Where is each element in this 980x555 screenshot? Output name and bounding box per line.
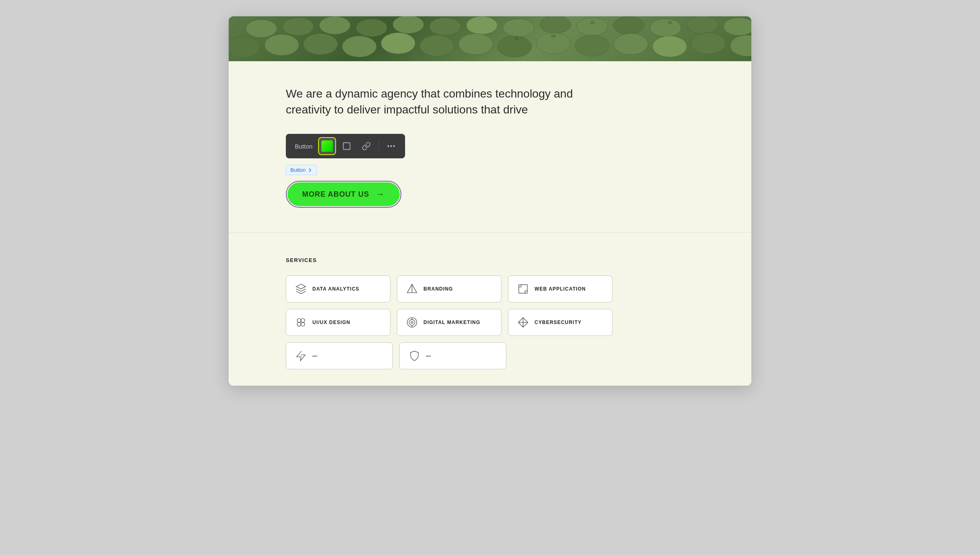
svg-point-40 <box>297 319 301 322</box>
svg-point-46 <box>411 322 413 324</box>
svg-point-23 <box>575 35 609 56</box>
svg-point-2 <box>319 16 350 34</box>
services-heading: SERVICES <box>286 257 694 263</box>
layers-icon <box>294 282 307 295</box>
svg-point-4 <box>393 16 424 33</box>
more-options-button[interactable] <box>382 137 400 155</box>
cta-button-wrapper: MORE ABOUT US → <box>286 181 401 208</box>
color-picker-button[interactable] <box>318 137 336 155</box>
svg-point-8 <box>540 16 571 33</box>
hero-seats: 16 14 15 13 <box>229 16 751 61</box>
svg-point-18 <box>381 33 415 54</box>
service-card-web-application[interactable]: WEB APPLICATION <box>508 275 612 302</box>
service-card-digital-marketing[interactable]: DIGITAL MARKETING <box>397 309 501 336</box>
svg-rect-32 <box>343 143 350 150</box>
cta-label: MORE ABOUT US <box>302 190 369 199</box>
svg-point-7 <box>503 19 534 37</box>
service-card-data-analytics[interactable]: DATA ANALYTICS <box>286 275 390 302</box>
svg-point-6 <box>466 16 497 34</box>
service-card-cybersecurity[interactable]: CYBERSECURITY <box>508 309 612 336</box>
diamond-icon <box>517 316 530 329</box>
svg-point-17 <box>342 36 376 57</box>
browser-window: 16 14 15 13 We are a dynamic agency that… <box>229 16 751 386</box>
svg-point-45 <box>409 320 415 325</box>
svg-point-0 <box>246 20 277 38</box>
dots-icon <box>388 145 395 147</box>
cta-button[interactable]: MORE ABOUT US → <box>287 182 400 206</box>
service-card-branding[interactable]: BRANDING <box>397 275 501 302</box>
svg-point-12 <box>687 16 718 33</box>
service-name-branding: BRANDING <box>423 286 453 292</box>
about-section: We are a dynamic agency that combines te… <box>229 61 751 233</box>
svg-point-42 <box>297 322 301 326</box>
resize-button[interactable] <box>338 137 356 155</box>
service-name-digital-marketing: DIGITAL MARKETING <box>423 320 480 325</box>
service-name-cybersecurity: CYBERSECURITY <box>535 320 581 325</box>
service-card-uiux-design[interactable]: UI/UX DESIGN <box>286 309 390 336</box>
svg-point-10 <box>613 16 644 34</box>
svg-text:14: 14 <box>551 34 556 38</box>
services-grid: DATA ANALYTICS BRANDING <box>286 275 612 336</box>
svg-point-11 <box>650 19 681 37</box>
service-card-item8[interactable]: — <box>399 342 506 369</box>
services-grid-bottom: — — <box>286 342 506 369</box>
triangle-icon <box>405 282 419 295</box>
service-name-web-application: WEB APPLICATION <box>535 286 586 292</box>
bolt-icon <box>294 349 307 362</box>
chevron-right-icon <box>307 168 312 173</box>
button-tag: Button <box>286 165 317 175</box>
svg-rect-35 <box>519 285 528 293</box>
service-name-item7: — <box>312 353 318 359</box>
svg-point-1 <box>283 18 314 36</box>
about-text: We are a dynamic agency that combines te… <box>286 86 580 118</box>
crop-icon <box>517 282 530 295</box>
svg-point-20 <box>459 33 493 55</box>
svg-point-13 <box>724 18 751 36</box>
cta-arrow: → <box>376 189 385 200</box>
svg-point-25 <box>653 36 687 57</box>
service-name-item8: — <box>426 353 431 359</box>
resize-icon <box>342 142 351 151</box>
svg-point-3 <box>356 19 387 37</box>
toolbar-container: Button <box>286 134 405 158</box>
shield-icon <box>408 349 421 362</box>
toolbar-label: Button <box>291 140 316 152</box>
svg-point-24 <box>614 33 648 55</box>
svg-point-16 <box>303 33 338 55</box>
link-icon <box>362 142 371 151</box>
svg-point-19 <box>420 35 454 56</box>
svg-text:13: 13 <box>668 20 672 24</box>
service-card-item7[interactable]: — <box>286 342 393 369</box>
svg-text:16: 16 <box>514 36 519 41</box>
svg-point-43 <box>301 322 305 326</box>
service-name-uiux-design: UI/UX DESIGN <box>312 320 350 325</box>
svg-point-15 <box>265 34 299 56</box>
circles-icon <box>294 316 307 329</box>
hero-image: 16 14 15 13 <box>229 16 751 61</box>
toolbar-divider <box>379 140 379 152</box>
svg-point-14 <box>229 36 260 58</box>
svg-point-41 <box>301 319 305 322</box>
svg-text:15: 15 <box>590 20 594 24</box>
toolbar: Button <box>286 134 405 158</box>
service-name-data-analytics: DATA ANALYTICS <box>312 286 359 292</box>
link-button[interactable] <box>357 137 375 155</box>
target-icon <box>405 316 419 329</box>
services-section: SERVICES DATA ANALYTICS <box>229 233 751 386</box>
color-swatch <box>321 140 333 152</box>
svg-point-26 <box>691 33 726 54</box>
svg-point-27 <box>730 35 751 56</box>
svg-point-5 <box>430 18 461 36</box>
